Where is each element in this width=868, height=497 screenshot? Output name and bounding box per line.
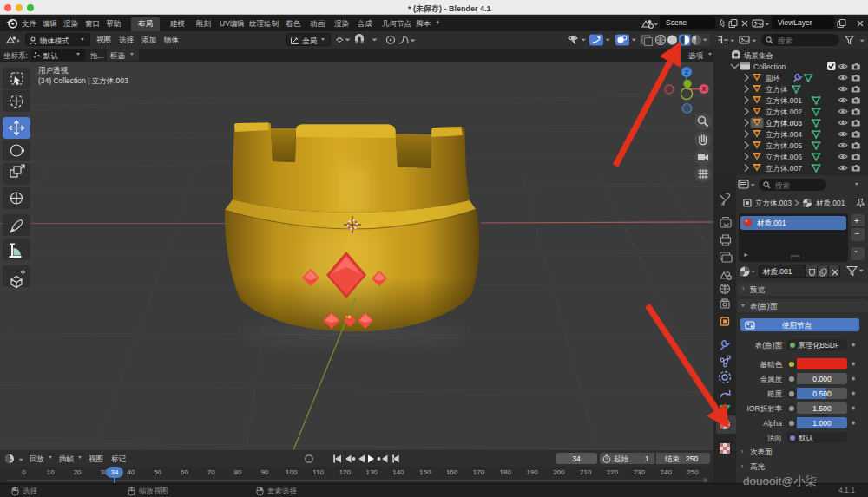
- svg-text:立方体.004: 立方体.004: [766, 130, 802, 139]
- svg-text:立方体.005: 立方体.005: [766, 141, 802, 150]
- svg-text:立方体.007: 立方体.007: [766, 164, 802, 173]
- svg-text:立方体: 立方体: [766, 85, 788, 94]
- svg-text:圆环: 圆环: [766, 74, 781, 82]
- svg-text:Collection: Collection: [753, 62, 786, 71]
- svg-text:立方体.002: 立方体.002: [766, 108, 802, 116]
- svg-text:立方体.006: 立方体.006: [766, 153, 802, 161]
- svg-text:立方体.003: 立方体.003: [766, 119, 802, 128]
- svg-text:X: X: [702, 85, 707, 93]
- svg-text:立方体.001: 立方体.001: [766, 96, 802, 105]
- svg-text:Z: Z: [685, 69, 689, 76]
- svg-text:场景集合: 场景集合: [743, 51, 773, 60]
